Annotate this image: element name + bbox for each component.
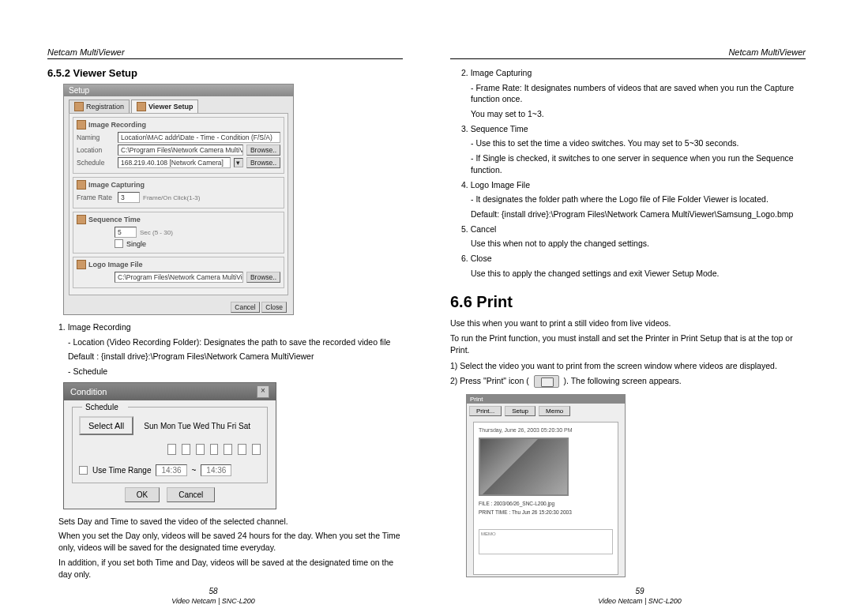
text-p1: Use this when you want to print a still … <box>450 317 806 329</box>
text-item-4: In addition, if you set both Time and Da… <box>47 557 403 580</box>
schedule-field[interactable]: 168.219.40.108 [Network Camera] <box>118 157 231 168</box>
location-field[interactable]: C:\Program Files\Network Camera MultiVie… <box>118 145 243 156</box>
page-header-left: Netcam MultiViewer <box>47 47 403 59</box>
print-window-title: Print <box>467 395 625 404</box>
text-i3a: - Use this to set the time a video switc… <box>450 137 806 149</box>
print-preview-window: Print Print... Setup Memo Thursday, June… <box>466 394 626 577</box>
group-logo-file: Logo Image File <box>88 261 143 269</box>
group-image-recording: Image Recording <box>88 121 146 129</box>
dialog-title: Setup <box>64 85 293 96</box>
print-file-meta: FILE : 2003/06/26_SNC-L200.jpg <box>479 501 613 506</box>
condition-title: Condition <box>70 387 107 396</box>
text-i3: 3. Sequence Time <box>450 123 806 135</box>
select-all-button[interactable]: Select All <box>79 416 133 435</box>
print-memo-box: MEMO <box>479 529 613 554</box>
memo-button[interactable]: Memo <box>539 406 570 416</box>
tilde-label: ~ <box>192 466 197 475</box>
person-icon <box>137 102 146 111</box>
page-header-right: Netcam MultiViewer <box>450 47 806 59</box>
framerate-field[interactable]: 3 <box>118 192 140 203</box>
location-label: Location <box>77 146 115 154</box>
use-time-checkbox[interactable] <box>79 466 88 475</box>
framerate-label: Frame Rate <box>77 193 115 201</box>
page-number: 59 <box>426 587 853 595</box>
print-timestamp: Thursday, June 26, 2003 05:20:30 PM <box>479 427 613 433</box>
single-checkbox[interactable] <box>115 239 123 248</box>
group-sequence-time: Sequence Time <box>88 216 141 223</box>
print-preview-image <box>479 438 569 496</box>
ok-button[interactable]: OK <box>125 487 160 502</box>
print-icon <box>534 375 559 388</box>
close-button[interactable]: Close <box>261 302 287 313</box>
single-label: Single <box>126 240 146 248</box>
page-left: Netcam MultiViewer 6.5.2 Viewer Setup Se… <box>0 0 426 616</box>
text-p4: 2) Press "Print" icon ( ). The following… <box>450 375 806 388</box>
schedule-label: Schedule <box>77 159 115 167</box>
day-checkbox[interactable] <box>182 444 190 455</box>
page-right: Netcam MultiViewer 2. Image Capturing - … <box>426 0 853 616</box>
condition-dialog: Condition× Schedule Select All Sun Mon T… <box>63 382 276 509</box>
globe-icon <box>74 102 84 111</box>
page-number: 58 <box>0 587 426 595</box>
text-i6a: Use this to apply the changed settings a… <box>450 268 806 280</box>
schedule-group-label: Schedule <box>82 403 128 411</box>
tab-viewer-setup[interactable]: Viewer Setup <box>131 100 198 113</box>
browse-button-3[interactable]: Browse.. <box>246 272 280 283</box>
cancel-button[interactable]: Cancel <box>231 302 259 313</box>
group-image-capturing: Image Capturing <box>88 181 145 189</box>
text-i2b: You may set to 1~3. <box>450 108 806 120</box>
text-i5a: Use this when not to apply the changed s… <box>450 238 806 250</box>
record-icon <box>77 120 86 130</box>
browse-button[interactable]: Browse.. <box>246 145 280 156</box>
day-checkbox[interactable] <box>224 444 232 455</box>
text-i4a: - It designates the folder path where th… <box>450 193 806 205</box>
time-from-field[interactable]: 14:36 <box>156 464 186 476</box>
text-p3: 1) Select the video you want to print fr… <box>450 360 806 372</box>
sequence-hint: Sec (5 - 30) <box>140 229 173 236</box>
day-checkbox[interactable] <box>196 444 205 455</box>
text-i4: 4. Logo Image File <box>450 179 806 191</box>
days-labels: Sun Mon Tue Wed Thu Fri Sat <box>144 422 250 430</box>
naming-label: Naming <box>77 133 115 141</box>
logo-icon <box>77 260 86 269</box>
text-i5: 5. Cancel <box>450 223 806 235</box>
setup-dialog: Setup Registration Viewer Setup Image Re… <box>63 84 294 315</box>
framerate-hint: Frame/On Click(1-3) <box>143 194 200 201</box>
text-item-1: 1. Image Recording <box>47 321 403 333</box>
tab-registration[interactable]: Registration <box>69 100 130 113</box>
logo-field[interactable]: C:\Program Files\Network Camera MultiVie… <box>115 272 243 283</box>
text-item-3: When you set the Day only, videos will b… <box>47 530 403 553</box>
day-checkbox[interactable] <box>252 444 261 455</box>
text-i2a: - Frame Rate: It designates numbers of v… <box>450 82 806 105</box>
naming-field: Location\MAC addr\Date - Time - Conditio… <box>118 132 280 143</box>
text-i3b: - If Single is checked, it switches to o… <box>450 152 806 175</box>
cancel-button[interactable]: Cancel <box>167 487 215 502</box>
day-checkbox[interactable] <box>238 444 246 455</box>
print-button[interactable]: Print... <box>469 406 502 416</box>
sequence-field[interactable]: 5 <box>115 227 137 238</box>
day-checkbox[interactable] <box>167 444 176 455</box>
use-time-label: Use Time Range <box>92 466 151 475</box>
text-p2: To run the Print function, you must inst… <box>450 332 806 355</box>
sequence-icon <box>77 215 86 224</box>
text-item-1b: Default : {install drive}:\Program Files… <box>47 351 403 362</box>
print-time-meta: PRINT TIME : Thu Jun 26 15:20:30 2003 <box>479 509 613 515</box>
text-i6: 6. Close <box>450 253 806 265</box>
chapter-heading: 6.6 Print <box>450 293 806 311</box>
day-checkbox[interactable] <box>210 444 219 455</box>
text-item-1a: - Location (Video Recording Folder): Des… <box>47 336 403 348</box>
footer-model: Video Netcam | SNC-L200 <box>426 597 853 605</box>
text-i4b: Default: {install drive}:\Program Files\… <box>450 208 806 220</box>
time-to-field[interactable]: 14:36 <box>201 464 231 476</box>
setup-button[interactable]: Setup <box>505 406 535 416</box>
footer-model: Video Netcam | SNC-L200 <box>0 597 426 605</box>
section-heading: 6.5.2 Viewer Setup <box>47 67 403 79</box>
capture-icon <box>77 180 86 190</box>
dropdown-icon[interactable]: ▾ <box>234 158 243 167</box>
browse-button-2[interactable]: Browse.. <box>246 157 280 168</box>
text-i2: 2. Image Capturing <box>450 67 806 79</box>
text-item-1c: - Schedule <box>47 366 403 377</box>
text-item-2: Sets Day and Time to saved the video of … <box>47 516 403 528</box>
close-icon[interactable]: × <box>257 385 269 398</box>
